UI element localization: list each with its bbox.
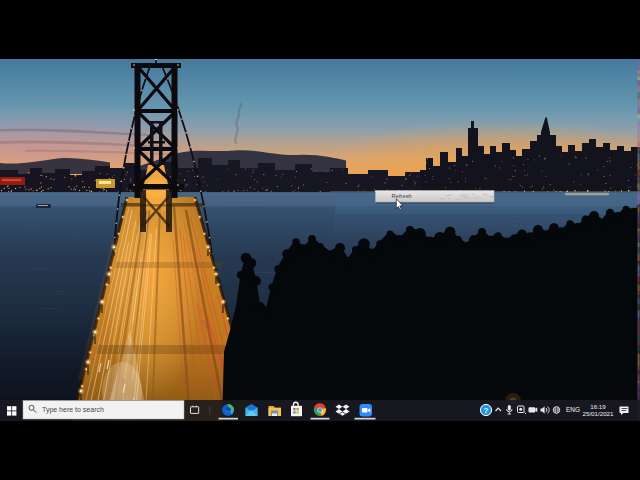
svg-text:?: ? (484, 406, 489, 415)
svg-text:Refresh: Refresh (392, 193, 412, 199)
svg-text:16:19: 16:19 (590, 403, 606, 410)
svg-text:ENG: ENG (566, 406, 580, 413)
svg-text:25/01/2021: 25/01/2021 (583, 410, 615, 417)
svg-text:Type here to search: Type here to search (42, 406, 104, 414)
